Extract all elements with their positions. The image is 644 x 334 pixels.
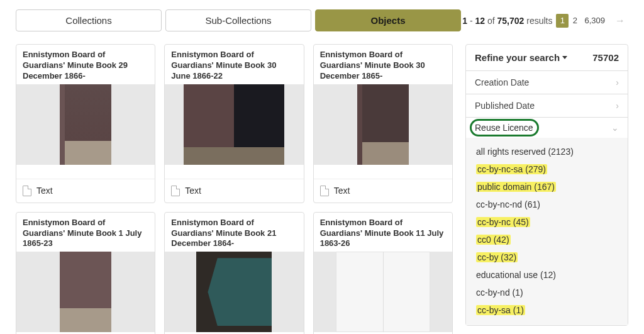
book-cover-icon	[336, 252, 430, 332]
refine-count: 75702	[592, 52, 619, 63]
result-card[interactable]: Ennistymon Board of Guardians' Minute Bo…	[313, 44, 453, 203]
page-1[interactable]: 1	[556, 14, 569, 28]
result-card[interactable]: Ennistymon Board of Guardians' Minute Bo…	[164, 212, 304, 334]
facet-option[interactable]: cc-by-nc-sa (279)	[475, 160, 619, 178]
card-footer: Text	[314, 179, 452, 203]
tab-sub-collections[interactable]: Sub-Collections	[165, 9, 311, 31]
card-thumbnail	[16, 84, 155, 165]
document-icon	[320, 186, 329, 196]
chevron-right-icon: ›	[616, 77, 619, 87]
tab-objects[interactable]: Objects	[315, 9, 461, 31]
next-page-icon[interactable]: →	[612, 14, 628, 28]
facet-option[interactable]: cc-by-nc-nd (61)	[475, 196, 619, 213]
document-icon	[171, 186, 180, 196]
result-card[interactable]: Ennistymon Board of Guardians' Minute Bo…	[16, 44, 155, 203]
card-thumbnail	[165, 252, 303, 332]
chevron-right-icon: ›	[616, 101, 619, 111]
chevron-down-icon: ⌄	[611, 123, 619, 133]
facet-option[interactable]: educational use (12)	[475, 266, 619, 284]
card-title: Ennistymon Board of Guardians' Minute Bo…	[16, 45, 155, 84]
facet-option[interactable]: cc0 (42)	[475, 231, 619, 248]
book-cover-icon	[184, 84, 284, 165]
card-type: Text	[185, 186, 201, 196]
result-card[interactable]: Ennistymon Board of Guardians' Minute Bo…	[164, 44, 304, 203]
facet-option[interactable]: public domain (167)	[475, 178, 619, 196]
facet-option[interactable]: all rights reserved (2123)	[475, 143, 619, 160]
pagination: 1 - 12 of 75,702 results 126,309 →	[462, 14, 628, 28]
document-icon	[23, 186, 31, 196]
tab-collections[interactable]: Collections	[16, 9, 162, 31]
facet-option[interactable]: cc-by (32)	[475, 248, 619, 266]
caret-down-icon	[562, 56, 567, 59]
book-cover-icon	[357, 84, 409, 165]
card-thumbnail	[16, 252, 155, 332]
result-card[interactable]: Ennistymon Board of Guardians' Minute Bo…	[313, 212, 453, 334]
card-thumbnail	[165, 84, 303, 165]
card-type: Text	[36, 186, 53, 196]
page-6,309[interactable]: 6,309	[581, 14, 608, 28]
page-2[interactable]: 2	[569, 14, 581, 28]
book-cover-icon	[60, 252, 111, 332]
card-title: Ennistymon Board of Guardians' Minute Bo…	[16, 213, 155, 252]
card-thumbnail	[314, 84, 452, 165]
facet-row[interactable]: Published Date›	[466, 94, 628, 117]
facet-option[interactable]: cc-by-sa (1)	[475, 301, 619, 319]
results-summary: 1 - 12 of 75,702 results	[462, 16, 552, 26]
facet-reuse-licence[interactable]: Reuse Licence ⌄	[466, 117, 628, 138]
refine-title[interactable]: Refine your search	[475, 52, 567, 63]
result-card[interactable]: Ennistymon Board of Guardians' Minute Bo…	[16, 212, 155, 334]
book-cover-icon	[196, 252, 272, 332]
facet-options: all rights reserved (2123)cc-by-nc-sa (2…	[466, 138, 628, 325]
card-footer: Text	[165, 179, 303, 203]
card-title: Ennistymon Board of Guardians' Minute Bo…	[314, 45, 452, 84]
card-title: Ennistymon Board of Guardians' Minute Bo…	[165, 45, 303, 84]
card-footer: Text	[16, 179, 155, 203]
card-type: Text	[334, 186, 350, 196]
book-cover-icon	[60, 84, 111, 165]
card-title: Ennistymon Board of Guardians' Minute Bo…	[165, 213, 303, 252]
card-title: Ennistymon Board of Guardians' Minute Bo…	[314, 213, 452, 252]
facet-option[interactable]: cc-by-nd (1)	[475, 284, 619, 301]
results-grid: Ennistymon Board of Guardians' Minute Bo…	[16, 44, 453, 334]
facet-option[interactable]: cc-by-nc (45)	[475, 213, 619, 231]
refine-panel: Refine your search 75702 Creation Date›P…	[465, 44, 628, 326]
card-thumbnail	[314, 252, 452, 332]
facet-row[interactable]: Creation Date›	[466, 70, 628, 94]
tabs: Collections Sub-Collections Objects	[16, 9, 461, 31]
